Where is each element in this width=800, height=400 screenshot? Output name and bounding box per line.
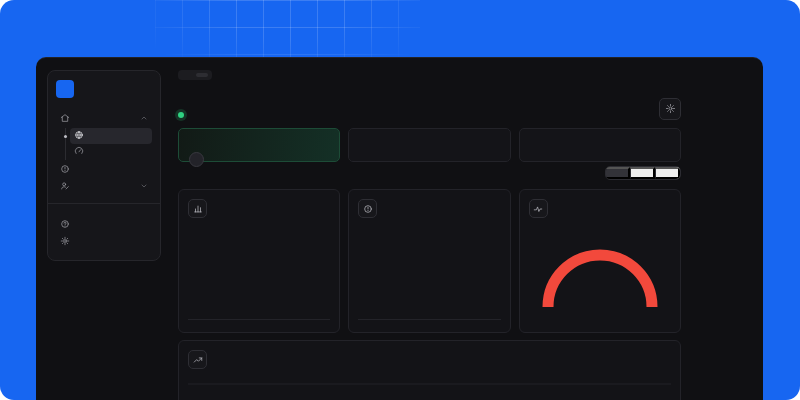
range-week-button[interactable] xyxy=(630,167,655,179)
support-chat-icon xyxy=(60,219,70,231)
sidebar-collapse-button[interactable] xyxy=(189,152,204,167)
sidebar-item-settings[interactable] xyxy=(56,233,152,250)
response-gauge xyxy=(529,218,671,323)
active-item-dot xyxy=(64,135,67,138)
uptime-card xyxy=(178,189,340,333)
trend-line-icon xyxy=(188,350,207,369)
summary-stats-row xyxy=(178,128,681,162)
globe-icon xyxy=(74,130,84,142)
app-window xyxy=(36,57,763,400)
response-times-card xyxy=(178,340,681,400)
monitor-status-row xyxy=(178,112,194,118)
sidebar-item-incidents[interactable] xyxy=(56,161,152,178)
last-check-card xyxy=(348,128,510,162)
sidebar xyxy=(47,70,161,261)
chevron-up-icon xyxy=(140,114,148,124)
average-response-card xyxy=(519,189,681,333)
breadcrumb xyxy=(178,70,212,80)
sidebar-item-dashboard[interactable] xyxy=(56,110,152,127)
filter-row xyxy=(178,166,681,186)
background-grid-decoration xyxy=(155,0,420,57)
chevron-down-icon xyxy=(140,182,148,192)
activity-icon xyxy=(529,199,548,218)
incidents-card xyxy=(348,189,510,333)
sidebar-divider xyxy=(48,203,160,204)
speedometer-icon xyxy=(74,146,84,158)
range-month-button[interactable] xyxy=(655,167,680,179)
breadcrumb-current xyxy=(196,73,208,77)
screenshot-canvas xyxy=(0,0,800,400)
charts-row xyxy=(178,189,681,333)
range-day-button[interactable] xyxy=(606,167,630,179)
incidents-bar-chart xyxy=(358,234,500,318)
app-logo xyxy=(56,80,74,98)
brand-row xyxy=(56,80,152,98)
uptime-bar-chart xyxy=(188,234,330,318)
last-response-time-card xyxy=(519,128,681,162)
bar-chart-icon xyxy=(188,199,207,218)
sidebar-item-account[interactable] xyxy=(56,178,152,195)
range-toggle-group xyxy=(605,166,681,180)
alert-circle-icon xyxy=(60,164,70,176)
user-icon xyxy=(60,181,70,193)
home-icon xyxy=(60,113,70,125)
gear-icon xyxy=(60,236,70,248)
main-content xyxy=(178,58,681,400)
alert-circle-icon xyxy=(358,199,377,218)
status-dot xyxy=(178,112,184,118)
configure-monitor-button[interactable] xyxy=(659,98,681,120)
gear-icon xyxy=(665,102,676,117)
sidebar-item-pagespeed[interactable] xyxy=(70,144,152,160)
dashboard-subgroup xyxy=(65,128,152,160)
sidebar-item-support[interactable] xyxy=(56,216,152,233)
sidebar-item-monitors[interactable] xyxy=(70,128,152,144)
response-times-area-chart xyxy=(188,376,671,400)
